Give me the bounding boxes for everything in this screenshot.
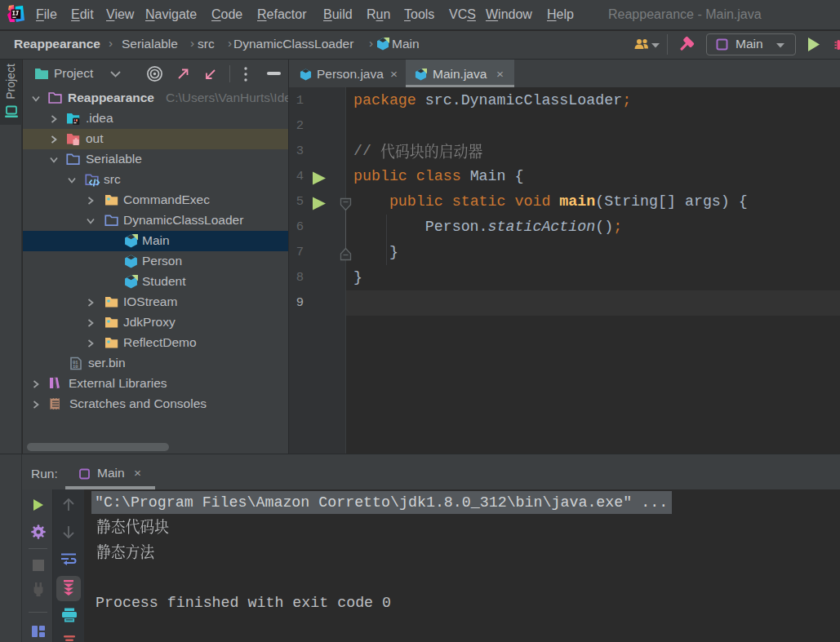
svg-text:10: 10 [73, 364, 78, 370]
